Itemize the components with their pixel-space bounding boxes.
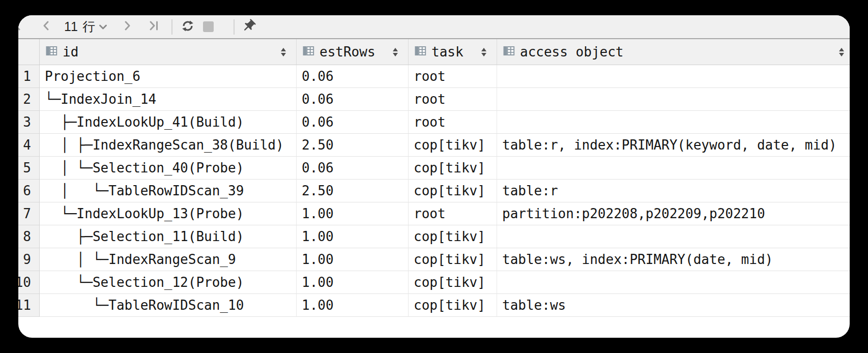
column-header-id[interactable]: id xyxy=(40,39,297,65)
results-window: 11 行 xyxy=(18,15,850,338)
cell-access_object[interactable]: table:r xyxy=(497,180,850,202)
cell-id[interactable]: └─IndexLookUp_13(Probe) xyxy=(40,202,297,225)
page-size-dropdown[interactable]: 11 行 xyxy=(64,18,107,35)
cell-estRows[interactable]: 1.00 xyxy=(297,225,409,248)
cell-estRows[interactable]: 2.50 xyxy=(297,180,409,202)
cell-estRows[interactable]: 0.06 xyxy=(297,65,409,88)
cell-access_object[interactable] xyxy=(497,157,850,180)
row-number-cell[interactable]: 9 xyxy=(18,248,40,271)
grid-row: 4 │ ├─IndexRangeScan_38(Build)2.50cop[ti… xyxy=(18,134,850,157)
toolbar-separator xyxy=(234,19,235,35)
column-icon xyxy=(414,44,426,60)
chevron-left-icon xyxy=(18,19,23,34)
cell-access_object[interactable]: table:r, index:PRIMARY(keyword, date, mi… xyxy=(497,134,850,157)
cell-estRows[interactable]: 1.00 xyxy=(297,271,409,294)
chevron-right-icon xyxy=(122,19,133,34)
cell-estRows[interactable]: 0.06 xyxy=(297,111,409,134)
cell-task[interactable]: root xyxy=(409,111,497,134)
row-number-cell[interactable]: 5 xyxy=(18,157,40,180)
cell-id[interactable]: │ └─TableRowIDScan_39 xyxy=(40,180,297,202)
cell-id[interactable]: └─IndexJoin_14 xyxy=(40,88,297,111)
grid-row: 8 ├─Selection_11(Build)1.00cop[tikv] xyxy=(18,225,850,248)
cell-id[interactable]: └─TableRowIDScan_10 xyxy=(40,294,297,317)
cell-task[interactable]: cop[tikv] xyxy=(409,271,497,294)
page-size-label: 11 行 xyxy=(64,18,96,35)
cell-task[interactable]: cop[tikv] xyxy=(409,248,497,271)
sort-icon[interactable] xyxy=(393,48,398,56)
column-icon xyxy=(302,44,314,60)
column-header-label: id xyxy=(63,44,78,60)
column-header-label: task xyxy=(431,44,464,60)
stop-button[interactable] xyxy=(202,18,215,36)
column-header-task[interactable]: task xyxy=(409,39,497,65)
next-page-button[interactable] xyxy=(122,18,133,36)
row-number-cell[interactable]: 11 xyxy=(18,294,40,317)
column-header-estRows[interactable]: estRows xyxy=(297,39,409,65)
row-number-cell[interactable]: 3 xyxy=(18,111,40,134)
refresh-icon xyxy=(181,19,195,35)
cell-task[interactable]: cop[tikv] xyxy=(409,294,497,317)
grid-row: 3 ├─IndexLookUp_41(Build)0.06root xyxy=(18,111,850,134)
cell-task[interactable]: root xyxy=(409,88,497,111)
cell-access_object[interactable] xyxy=(497,88,850,111)
cell-task[interactable]: root xyxy=(409,202,497,225)
gutter-header-cell xyxy=(18,39,40,65)
grid-row: 7 └─IndexLookUp_13(Probe)1.00rootpartiti… xyxy=(18,202,850,225)
first-page-button[interactable] xyxy=(18,18,23,36)
cell-task[interactable]: cop[tikv] xyxy=(409,180,497,202)
column-header-label: estRows xyxy=(320,44,375,60)
cell-access_object[interactable] xyxy=(497,111,850,134)
cell-task[interactable]: cop[tikv] xyxy=(409,134,497,157)
column-header-access_object[interactable]: access object xyxy=(497,39,850,65)
cell-access_object[interactable] xyxy=(497,271,850,294)
row-number-cell[interactable]: 8 xyxy=(18,225,40,248)
cell-estRows[interactable]: 0.06 xyxy=(297,88,409,111)
grid-row: 5 │ └─Selection_40(Probe)0.06cop[tikv] xyxy=(18,157,850,180)
cell-id[interactable]: │ └─IndexRangeScan_9 xyxy=(40,248,297,271)
column-icon xyxy=(503,44,515,60)
grid-row: 6 │ └─TableRowIDScan_392.50cop[tikv]tabl… xyxy=(18,180,850,202)
cell-access_object[interactable] xyxy=(497,225,850,248)
results-toolbar: 11 行 xyxy=(18,15,850,39)
grid-row: 11 └─TableRowIDScan_101.00cop[tikv]table… xyxy=(18,294,850,317)
row-number-cell[interactable]: 1 xyxy=(18,65,40,88)
refresh-button[interactable] xyxy=(180,18,195,36)
cell-access_object[interactable] xyxy=(497,65,850,88)
cell-estRows[interactable]: 1.00 xyxy=(297,248,409,271)
column-icon xyxy=(45,44,57,60)
row-number-cell[interactable]: 10 xyxy=(18,271,40,294)
cell-estRows[interactable]: 1.00 xyxy=(297,202,409,225)
grid-row: 1 Projection_60.06root xyxy=(18,65,850,88)
cell-estRows[interactable]: 2.50 xyxy=(297,134,409,157)
cell-task[interactable]: root xyxy=(409,65,497,88)
cell-id[interactable]: │ └─Selection_40(Probe) xyxy=(40,157,297,180)
row-number-cell[interactable]: 6 xyxy=(18,180,40,202)
grid-row: 10 └─Selection_12(Probe)1.00cop[tikv] xyxy=(18,271,850,294)
cell-access_object[interactable]: table:ws xyxy=(497,294,850,317)
cell-access_object[interactable]: table:ws, index:PRIMARY(date, mid) xyxy=(497,248,850,271)
sort-icon[interactable] xyxy=(481,48,486,56)
cell-id[interactable]: ├─IndexLookUp_41(Build) xyxy=(40,111,297,134)
cell-id[interactable]: └─Selection_12(Probe) xyxy=(40,271,297,294)
cell-id[interactable]: │ ├─IndexRangeScan_38(Build) xyxy=(40,134,297,157)
chevron-right-bar-icon xyxy=(147,19,160,34)
row-number-cell[interactable]: 2 xyxy=(18,88,40,111)
cell-task[interactable]: cop[tikv] xyxy=(409,157,497,180)
sort-icon[interactable] xyxy=(839,48,844,56)
row-number-cell[interactable]: 7 xyxy=(18,202,40,225)
cell-access_object[interactable]: partition:p202208,p202209,p202210 xyxy=(497,202,850,225)
chevron-down-icon xyxy=(99,23,107,33)
previous-page-button[interactable] xyxy=(41,18,52,36)
cell-estRows[interactable]: 0.06 xyxy=(297,157,409,180)
grid-row: 9 │ └─IndexRangeScan_91.00cop[tikv]table… xyxy=(18,248,850,271)
sort-icon[interactable] xyxy=(281,48,286,56)
stop-icon xyxy=(203,21,214,32)
cell-id[interactable]: Projection_6 xyxy=(40,65,297,88)
pin-button[interactable] xyxy=(241,18,256,36)
cell-task[interactable]: cop[tikv] xyxy=(409,225,497,248)
cell-id[interactable]: ├─Selection_11(Build) xyxy=(40,225,297,248)
last-page-button[interactable] xyxy=(147,18,160,36)
cell-estRows[interactable]: 1.00 xyxy=(297,294,409,317)
row-number-cell[interactable]: 4 xyxy=(18,134,40,157)
column-header-label: access object xyxy=(520,44,624,60)
